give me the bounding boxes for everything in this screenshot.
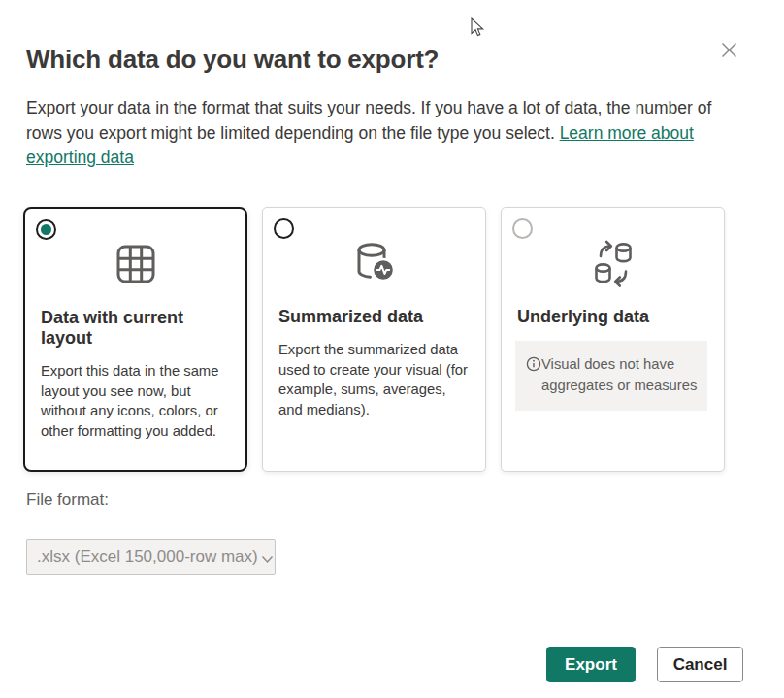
file-format-label: File format: — [26, 490, 109, 510]
option-title: Summarized data — [278, 307, 470, 327]
info-icon — [526, 356, 541, 378]
option-description: Export the summarized data used to creat… — [278, 340, 470, 419]
close-icon[interactable] — [719, 40, 738, 59]
chevron-down-icon — [261, 549, 274, 569]
option-title: Underlying data — [517, 307, 708, 327]
file-format-dropdown[interactable]: .xlsx (Excel 150,000-row max) — [26, 539, 276, 575]
dialog-description: Export your data in the format that suit… — [26, 96, 721, 171]
option-title: Data with current layout — [41, 308, 230, 349]
radio-underlying-data[interactable] — [512, 218, 533, 239]
export-button[interactable]: Export — [546, 647, 636, 682]
mouse-cursor-icon — [467, 17, 486, 38]
table-grid-icon — [25, 241, 245, 287]
option-description: Export this data in the same layout you … — [41, 361, 230, 441]
option-card-summarized-data[interactable]: Summarized data Export the summarized da… — [262, 207, 486, 472]
radio-summarized-data[interactable] — [274, 218, 294, 239]
file-format-value: .xlsx (Excel 150,000-row max) — [37, 548, 258, 567]
radio-selected-dot — [41, 224, 51, 235]
option-card-data-with-current-layout[interactable]: Data with current layout Export this dat… — [23, 207, 247, 472]
dialog-title: Which data do you want to export? — [26, 45, 439, 75]
option-card-underlying-data[interactable]: Underlying data Visual does not have agg… — [501, 207, 725, 472]
info-message-box: Visual does not have aggregates or measu… — [515, 341, 707, 411]
cancel-button[interactable]: Cancel — [657, 647, 743, 682]
radio-data-with-current-layout[interactable] — [36, 219, 56, 240]
database-sync-icon — [502, 240, 724, 286]
info-message-text: Visual does not have aggregates or measu… — [541, 353, 698, 396]
export-option-cards: Data with current layout Export this dat… — [23, 207, 725, 472]
database-activity-icon — [263, 240, 485, 286]
